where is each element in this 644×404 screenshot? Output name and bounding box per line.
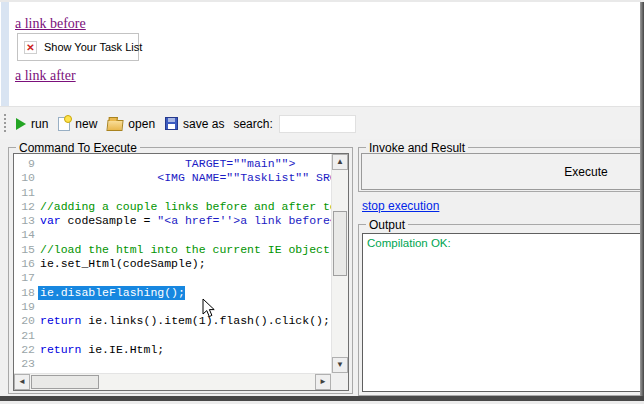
code-line-23[interactable]: 23: [14, 357, 331, 371]
line-number: 10: [14, 171, 38, 185]
new-button[interactable]: new: [53, 114, 102, 134]
scroll-down-button[interactable]: ▼: [332, 357, 348, 373]
app-window: a link before ✕ Show Your Task List a li…: [0, 0, 644, 404]
search-group: search:: [233, 115, 355, 133]
toolbar-gripper[interactable]: [4, 114, 7, 134]
scrollbar-corner: [331, 373, 348, 390]
vertical-scrollbar[interactable]: ▲ ▼: [331, 154, 348, 373]
broken-image-icon: ✕: [24, 41, 37, 54]
line-text: TARGET=""main"">: [38, 157, 295, 171]
run-label: run: [31, 117, 48, 131]
line-number: 11: [14, 186, 38, 200]
code-line-16[interactable]: 16ie.set_Html(codeSample);: [14, 257, 331, 271]
link-before[interactable]: a link before: [15, 16, 86, 32]
browser-left-margin: [1, 2, 9, 106]
line-text: ie.set_Html(codeSample);: [38, 257, 206, 271]
scroll-left-button[interactable]: ◄: [14, 374, 30, 390]
line-text: //adding a couple links before and after…: [38, 200, 331, 214]
line-text: <IMG NAME=""TaskList"" SRC: [38, 171, 331, 185]
code-line-14[interactable]: 14: [14, 228, 331, 242]
search-input[interactable]: [279, 115, 356, 133]
link-after[interactable]: a link after: [15, 68, 76, 84]
run-button[interactable]: run: [11, 114, 53, 134]
line-number: 20: [14, 314, 38, 328]
save-disk-icon: [165, 117, 178, 130]
line-text: //load the html into the current IE obje…: [38, 243, 330, 257]
save-as-label: save as: [183, 117, 224, 131]
run-icon: [16, 118, 26, 130]
new-label: new: [75, 117, 97, 131]
stop-execution-link[interactable]: stop execution: [362, 199, 439, 213]
line-text: [38, 228, 40, 242]
code-line-12[interactable]: 12//adding a couple links before and aft…: [14, 200, 331, 214]
line-number: 12: [14, 200, 38, 214]
code-line-22[interactable]: 22return ie.IE.Html;: [14, 343, 331, 357]
code-editor[interactable]: 9 TARGET=""main"">10 <IMG NAME=""TaskLis…: [13, 153, 349, 391]
line-number: 17: [14, 271, 38, 285]
image-alt-text: Show Your Task List: [44, 41, 142, 53]
output-text: Compilation OK:: [367, 237, 451, 249]
output-groupbox: Output Compilation OK:: [358, 224, 644, 396]
line-text: [38, 186, 40, 200]
code-line-20[interactable]: 20return ie.links().item(1).flash().clic…: [14, 314, 331, 328]
line-text: var codeSample = "<a href=''>a link befo…: [38, 214, 331, 228]
code-line-17[interactable]: 17: [14, 271, 331, 285]
browser-render-area: a link before ✕ Show Your Task List a li…: [0, 0, 641, 106]
open-button[interactable]: open: [102, 114, 160, 134]
execute-button[interactable]: Execute: [361, 153, 644, 190]
command-groupbox: Command To Execute 9 TARGET=""main"">10 …: [8, 147, 353, 394]
output-box: Compilation OK:: [362, 233, 644, 392]
broken-image-placeholder[interactable]: ✕ Show Your Task List: [17, 33, 139, 61]
line-number: 21: [14, 329, 38, 343]
code-line-9[interactable]: 9 TARGET=""main"">: [14, 157, 331, 171]
line-number: 19: [14, 300, 38, 314]
line-text: [38, 357, 40, 371]
horizontal-scroll-thumb[interactable]: [31, 375, 99, 389]
scroll-right-button[interactable]: ►: [315, 374, 331, 390]
line-number: 13: [14, 214, 38, 228]
vertical-scroll-thumb[interactable]: [333, 211, 347, 276]
line-text: ie.disableFlashing();: [38, 286, 185, 300]
line-number: 22: [14, 343, 38, 357]
line-number: 18: [14, 286, 38, 300]
toolbar-items: run new open save as search:: [11, 107, 356, 140]
new-document-icon: [58, 117, 70, 131]
open-label: open: [128, 117, 155, 131]
line-number: 23: [14, 357, 38, 371]
code-line-15[interactable]: 15//load the html into the current IE ob…: [14, 243, 331, 257]
output-group-title: Output: [366, 218, 408, 232]
line-number: 16: [14, 257, 38, 271]
line-number: 14: [14, 228, 38, 242]
code-line-11[interactable]: 11: [14, 186, 331, 200]
code-line-19[interactable]: 19: [14, 300, 331, 314]
line-text: return ie.links().item(1).flash().click(…: [38, 314, 330, 328]
line-number: 15: [14, 243, 38, 257]
line-text: [38, 329, 40, 343]
line-number: 9: [14, 157, 38, 171]
line-text: [38, 271, 40, 285]
toolbar: run new open save as search:: [0, 106, 641, 139]
code-line-13[interactable]: 13var codeSample = "<a href=''>a link be…: [14, 214, 331, 228]
horizontal-scrollbar[interactable]: ◄ ►: [14, 373, 331, 390]
line-text: [38, 300, 40, 314]
invoke-groupbox: Invoke and Result Execute: [358, 147, 644, 192]
save-as-button[interactable]: save as: [160, 114, 229, 134]
code-lines: 9 TARGET=""main"">10 <IMG NAME=""TaskLis…: [14, 154, 331, 373]
open-folder-icon: [107, 120, 124, 131]
window-right-border: [640, 2, 644, 398]
code-line-18[interactable]: 18ie.disableFlashing();: [14, 286, 331, 300]
search-label: search:: [233, 117, 272, 131]
scroll-up-button[interactable]: ▲: [332, 154, 348, 170]
code-line-10[interactable]: 10 <IMG NAME=""TaskList"" SRC: [14, 171, 331, 185]
code-line-21[interactable]: 21: [14, 329, 331, 343]
line-text: return ie.IE.Html;: [38, 343, 164, 357]
